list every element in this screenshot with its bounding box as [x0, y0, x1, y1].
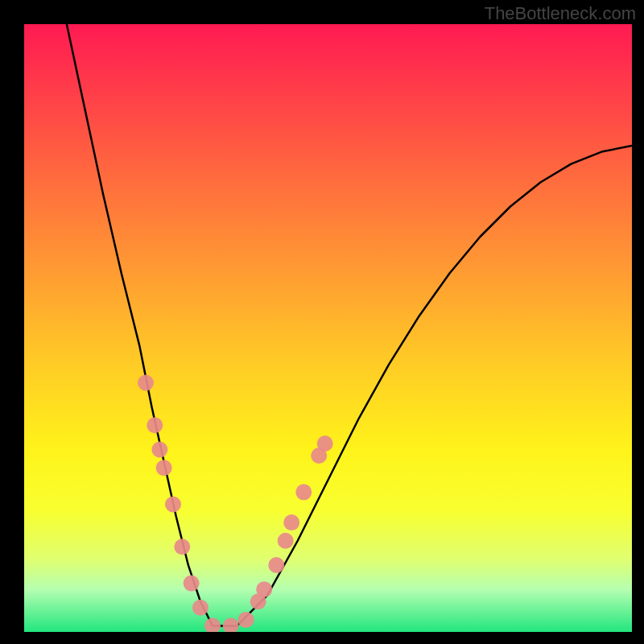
curve-marker: [174, 539, 190, 555]
curve-marker: [238, 612, 254, 628]
curve-marker: [256, 581, 272, 597]
curve-marker: [295, 484, 312, 500]
curve-marker: [138, 374, 154, 390]
curve-marker: [283, 514, 299, 530]
curve-marker: [268, 557, 284, 573]
attribution-label: TheBottleneck.com: [485, 3, 636, 24]
curve-marker: [151, 442, 167, 458]
curve-marker: [278, 533, 294, 549]
curve-marker: [204, 617, 221, 632]
curve-marker: [317, 436, 333, 452]
curve-markers: [138, 374, 333, 632]
curve-marker: [192, 600, 208, 616]
curve-marker: [184, 576, 200, 592]
chart-container: TheBottleneck.com: [0, 0, 644, 644]
curve-marker: [165, 496, 181, 512]
bottleneck-curve: [67, 24, 632, 625]
curve-marker: [147, 417, 163, 433]
curve-marker: [156, 460, 172, 476]
plot-area: [24, 24, 632, 632]
curve-layer: [24, 24, 632, 632]
curve-marker: [223, 617, 239, 632]
